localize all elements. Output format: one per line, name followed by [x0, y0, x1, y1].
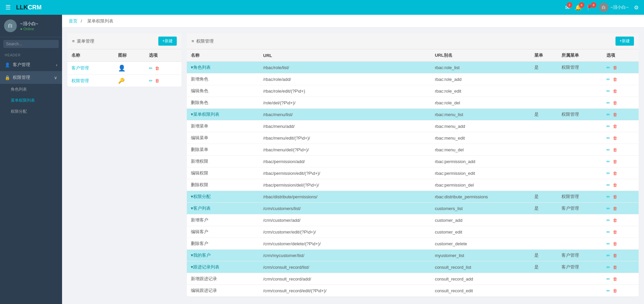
right-cell-url: /crm/consult_record/edit/(?P\d+)/ — [259, 285, 431, 297]
right-cell-alias: rbac:permission_del — [431, 179, 530, 191]
delete-icon[interactable]: 🗑 — [613, 206, 617, 211]
delete-icon[interactable]: 🗑 — [155, 78, 159, 83]
delete-icon[interactable]: 🗑 — [613, 276, 617, 282]
right-cell-options: ✏ 🗑 — [602, 238, 639, 250]
delete-icon[interactable]: 🗑 — [613, 253, 617, 258]
edit-icon[interactable]: ✏ — [606, 100, 610, 105]
delete-icon[interactable]: 🗑 — [613, 136, 617, 141]
delete-icon[interactable]: 🗑 — [613, 241, 617, 246]
edit-icon[interactable]: ✏ — [606, 77, 610, 82]
edit-icon[interactable]: ✏ — [606, 89, 610, 94]
right-cell-parent — [557, 273, 603, 285]
edit-icon[interactable]: ✏ — [606, 265, 610, 270]
menu-toggle-icon[interactable]: ☰ — [5, 4, 11, 11]
delete-icon[interactable]: 🗑 — [155, 66, 159, 71]
edit-icon[interactable]: ✏ — [606, 218, 610, 223]
email-badge: 2 — [567, 2, 572, 8]
delete-icon[interactable]: 🗑 — [613, 147, 617, 152]
table-row: ▾权限分配 /rbac/distribute/permissions/ rbac… — [187, 191, 639, 203]
right-panel-table: 名称 URL URL别名 菜单 所属菜单 选项 ▾角色列表 /rbac/role… — [187, 49, 639, 296]
delete-icon[interactable]: 🗑 — [613, 183, 617, 188]
table-row: 权限管理 🔑 ✏ 🗑 — [67, 75, 181, 87]
edit-icon[interactable]: ✏ — [606, 241, 610, 246]
right-cell-url: /rbac/menu/edit/(?P\d+)/ — [259, 132, 431, 144]
delete-icon[interactable]: 🗑 — [613, 100, 617, 105]
right-cell-parent — [557, 120, 603, 132]
sidebar-sub-menus[interactable]: 菜单权限列表 — [0, 95, 62, 106]
bell-badge: 6 — [579, 2, 584, 8]
right-cell-options: ✏ 🗑 — [602, 73, 639, 85]
permissions-icon: 🔒 — [5, 75, 10, 80]
edit-icon[interactable]: ✏ — [149, 78, 153, 83]
edit-icon[interactable]: ✏ — [606, 159, 610, 164]
delete-icon[interactable]: 🗑 — [613, 218, 617, 223]
edit-icon[interactable]: ✏ — [606, 194, 610, 199]
edit-icon[interactable]: ✏ — [606, 171, 610, 176]
right-cell-name: 删除客户 — [187, 238, 259, 250]
edit-icon[interactable]: ✏ — [606, 276, 610, 282]
email-icon[interactable]: ✉ 2 — [565, 4, 570, 11]
edit-icon[interactable]: ✏ — [606, 206, 610, 211]
navbar-right: ✉ 2 🔔 6 🚩 8 白 ~泪小白~ ⚙ — [565, 3, 639, 12]
edit-icon[interactable]: ✏ — [606, 147, 610, 152]
table-row: ▾角色列表 /rbac/role/list/ rbac:role_list 是 … — [187, 62, 639, 73]
left-panel-title-icon: ≡ — [72, 39, 75, 44]
edit-icon[interactable]: ✏ — [606, 65, 610, 70]
left-panel-new-button[interactable]: +新建 — [158, 37, 177, 46]
delete-icon[interactable]: 🗑 — [613, 89, 617, 94]
delete-icon[interactable]: 🗑 — [613, 77, 617, 82]
delete-icon[interactable]: 🗑 — [613, 159, 617, 164]
right-cell-name: 编辑菜单 — [187, 132, 259, 144]
right-col-name: 名称 — [187, 49, 259, 62]
breadcrumb-separator: / — [81, 18, 83, 23]
sidebar-user-section: 白 ~泪小白~ ● Online — [0, 15, 62, 37]
sidebar-item-customers-left: 👤 客户管理 — [5, 62, 30, 68]
right-cell-options: ✏ 🗑 — [602, 167, 639, 179]
sidebar-item-customers[interactable]: 👤 客户管理 ‹ — [0, 58, 62, 71]
right-cell-url: /rbac/permission/edit/(?P\d+)/ — [259, 167, 431, 179]
search-input[interactable] — [3, 40, 59, 48]
delete-icon[interactable]: 🗑 — [613, 288, 617, 293]
delete-icon[interactable]: 🗑 — [613, 65, 617, 70]
edit-icon[interactable]: ✏ — [606, 136, 610, 141]
right-panel-new-button[interactable]: +新建 — [615, 37, 634, 46]
sidebar-item-customers-label: 客户管理 — [13, 62, 30, 68]
right-cell-parent — [557, 132, 603, 144]
settings-icon[interactable]: ⚙ — [634, 4, 639, 11]
table-row: 新增角色 /rbac/role/add/ rbac:role_add ✏ 🗑 — [187, 73, 639, 85]
sidebar-sub-permissions[interactable]: 权限分配 — [0, 106, 62, 117]
edit-icon[interactable]: ✏ — [606, 112, 610, 117]
delete-icon[interactable]: 🗑 — [613, 171, 617, 176]
edit-icon[interactable]: ✏ — [149, 66, 153, 71]
breadcrumb-home[interactable]: 首页 — [69, 18, 77, 23]
edit-icon[interactable]: ✏ — [606, 288, 610, 293]
delete-icon[interactable]: 🗑 — [613, 230, 617, 235]
sidebar-header-label: HEADER — [0, 51, 62, 58]
user-menu[interactable]: 白 ~泪小白~ — [599, 3, 629, 12]
edit-icon[interactable]: ✏ — [606, 183, 610, 188]
flag-icon[interactable]: 🚩 8 — [587, 4, 594, 11]
right-cell-options: ✏ 🗑 — [602, 120, 639, 132]
right-cell-name: ▾角色列表 — [187, 62, 259, 73]
sidebar-sub-roles[interactable]: 角色列表 — [0, 84, 62, 95]
bell-icon[interactable]: 🔔 6 — [575, 4, 582, 11]
right-cell-parent — [557, 85, 603, 97]
right-cell-url: /rbac/role/add/ — [259, 73, 431, 85]
delete-icon[interactable]: 🗑 — [613, 194, 617, 199]
delete-icon[interactable]: 🗑 — [613, 124, 617, 129]
sidebar-item-permissions[interactable]: 🔒 权限管理 ∨ — [0, 71, 62, 84]
delete-icon[interactable]: 🗑 — [613, 112, 617, 117]
right-cell-menu: 是 — [530, 250, 557, 261]
right-cell-name: 新增菜单 — [187, 120, 259, 132]
delete-icon[interactable]: 🗑 — [613, 265, 617, 270]
right-cell-options: ✏ 🗑 — [602, 144, 639, 156]
edit-icon[interactable]: ✏ — [606, 230, 610, 235]
right-cell-menu — [530, 144, 557, 156]
customers-icon: 👤 — [5, 62, 10, 67]
edit-icon[interactable]: ✏ — [606, 253, 610, 258]
right-cell-options: ✏ 🗑 — [602, 261, 639, 273]
edit-icon[interactable]: ✏ — [606, 124, 610, 129]
right-cell-options: ✏ 🗑 — [602, 250, 639, 261]
right-cell-url: /rbac/permission/add/ — [259, 156, 431, 167]
right-cell-url: /rbac/distribute/permissions/ — [259, 191, 431, 203]
